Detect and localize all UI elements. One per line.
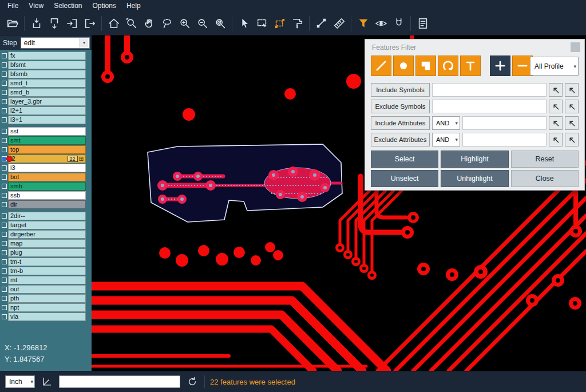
layer-visibility-checkbox[interactable] <box>0 62 8 68</box>
checkbox[interactable] <box>2 184 7 189</box>
layer-name[interactable]: pth <box>8 294 86 303</box>
include-attributes-button[interactable]: Include Attributes <box>371 116 430 130</box>
checkbox[interactable] <box>2 232 7 237</box>
node-line-icon[interactable] <box>312 14 330 32</box>
checkbox[interactable] <box>2 81 7 86</box>
include-symbols-button[interactable]: Include Symbols <box>371 83 430 97</box>
layer-visibility-checkbox[interactable] <box>0 81 8 86</box>
layer-name[interactable]: tm-b <box>8 267 86 275</box>
layer-name[interactable]: dirgerber <box>8 230 86 239</box>
layer-visibility-checkbox[interactable] <box>0 138 8 143</box>
layer-visibility-checkbox[interactable] <box>0 213 8 219</box>
export-right-icon[interactable] <box>81 14 98 32</box>
line-tool-button[interactable] <box>371 56 391 76</box>
layer-visibility-checkbox[interactable] <box>0 259 8 264</box>
reset-button[interactable]: Reset <box>511 151 579 168</box>
zoom-reset-icon[interactable] <box>211 14 229 32</box>
layer-visibility-checkbox[interactable] <box>0 147 8 152</box>
select-button[interactable]: Select <box>371 151 438 168</box>
profile-select[interactable]: All Profile ▾ <box>530 57 579 76</box>
operator-select[interactable]: AND▾ <box>432 116 460 130</box>
checkbox[interactable] <box>2 259 7 264</box>
measure-corner-icon[interactable] <box>40 375 54 389</box>
layer-visibility-checkbox[interactable] <box>0 117 8 122</box>
eye-icon[interactable] <box>372 14 390 32</box>
checkbox[interactable] <box>2 175 7 180</box>
chevron-down-icon[interactable]: ▾ <box>80 38 88 47</box>
checkbox[interactable] <box>2 241 7 246</box>
layer-visibility-checkbox[interactable] <box>0 296 8 301</box>
snap-magnet-icon[interactable] <box>390 14 407 32</box>
layer-name[interactable]: smd_t <box>8 79 86 88</box>
pick-from-canvas-arrow-button[interactable] <box>549 116 563 130</box>
layer-name[interactable]: bfsmb <box>8 70 86 78</box>
ruler-icon[interactable] <box>330 14 348 32</box>
layer-name[interactable]: bfsmt <box>8 61 86 69</box>
pointer-icon[interactable] <box>235 14 253 32</box>
load-bottom-icon[interactable] <box>45 14 63 32</box>
checkbox[interactable] <box>2 213 7 219</box>
checkbox[interactable] <box>2 147 7 152</box>
checkbox[interactable] <box>2 72 7 77</box>
checkbox[interactable] <box>2 90 7 95</box>
checkbox[interactable] <box>2 314 7 319</box>
checkbox[interactable] <box>2 305 7 310</box>
layer-name[interactable]: ssb <box>8 191 86 200</box>
refresh-icon[interactable] <box>185 375 199 389</box>
lasso-select-icon[interactable] <box>158 14 176 32</box>
checkbox[interactable] <box>2 165 7 171</box>
plus-tool-button[interactable] <box>490 56 510 76</box>
layer-name[interactable]: smb <box>8 182 86 191</box>
layer-name[interactable]: via <box>8 312 86 321</box>
layer-visibility-checkbox[interactable] <box>0 184 8 189</box>
layer-visibility-checkbox[interactable] <box>0 232 8 237</box>
checkbox[interactable] <box>2 62 7 68</box>
layer-name[interactable]: fx <box>8 52 86 60</box>
menu-options[interactable]: Options <box>88 1 121 10</box>
checkbox[interactable] <box>2 287 7 292</box>
layer-name[interactable]: 2dir-- <box>8 212 86 220</box>
arc-tool-button[interactable] <box>438 56 458 76</box>
unit-select[interactable]: Inch ▾ <box>5 375 35 388</box>
layer-visibility-checkbox[interactable] <box>0 99 8 104</box>
menu-selection[interactable]: Selection <box>49 1 87 10</box>
layer-name[interactable]: top <box>8 145 86 154</box>
layer-visibility-checkbox[interactable] <box>0 314 8 319</box>
transform-select-icon[interactable] <box>271 14 288 32</box>
unselect-button[interactable]: Unselect <box>371 170 438 187</box>
paint-brush-icon[interactable] <box>288 14 306 32</box>
step-select[interactable]: edit ▾ <box>21 37 90 49</box>
command-input[interactable] <box>59 375 180 388</box>
exclude-symbols-input[interactable] <box>432 100 547 113</box>
layer-name[interactable]: mt <box>8 276 86 284</box>
layer-name[interactable]: npt <box>8 303 86 312</box>
layer-name[interactable]: map <box>8 239 86 248</box>
layer-visibility-checkbox[interactable] <box>0 175 8 180</box>
include-symbols-input[interactable] <box>432 83 547 97</box>
pick-from-canvas-arrow-button[interactable] <box>549 133 563 146</box>
layer-visibility-checkbox[interactable] <box>0 53 8 58</box>
layer-name[interactable]: layer_3.gbr <box>8 97 86 106</box>
layer-visibility-checkbox[interactable] <box>0 305 8 310</box>
layer-name[interactable]: smd_b <box>8 88 86 97</box>
chevron-down-icon[interactable]: ▾ <box>30 379 33 385</box>
features-filter-icon[interactable] <box>354 14 372 32</box>
checkbox[interactable] <box>2 129 7 134</box>
checkbox[interactable] <box>2 138 7 143</box>
layer-name[interactable]: dir <box>8 200 86 209</box>
layer-visibility-checkbox[interactable] <box>0 250 8 255</box>
menu-file[interactable]: File <box>2 1 23 10</box>
pad-tool-button[interactable] <box>393 56 414 76</box>
checkbox[interactable] <box>2 223 7 228</box>
import-left-icon[interactable] <box>63 14 81 32</box>
layer-name[interactable]: tm-t <box>8 258 86 266</box>
layer-name[interactable]: plug <box>8 248 86 257</box>
pick-from-canvas-arrow-button[interactable] <box>565 100 579 113</box>
layer-name[interactable]: bot <box>8 173 86 181</box>
notes-icon[interactable] <box>414 14 431 32</box>
layer-visibility-checkbox[interactable] <box>0 165 8 171</box>
zoom-area-icon[interactable] <box>122 14 140 32</box>
pan-hand-icon[interactable] <box>140 14 158 32</box>
chevron-down-icon[interactable]: ▾ <box>573 64 576 69</box>
home-icon[interactable] <box>105 14 122 32</box>
